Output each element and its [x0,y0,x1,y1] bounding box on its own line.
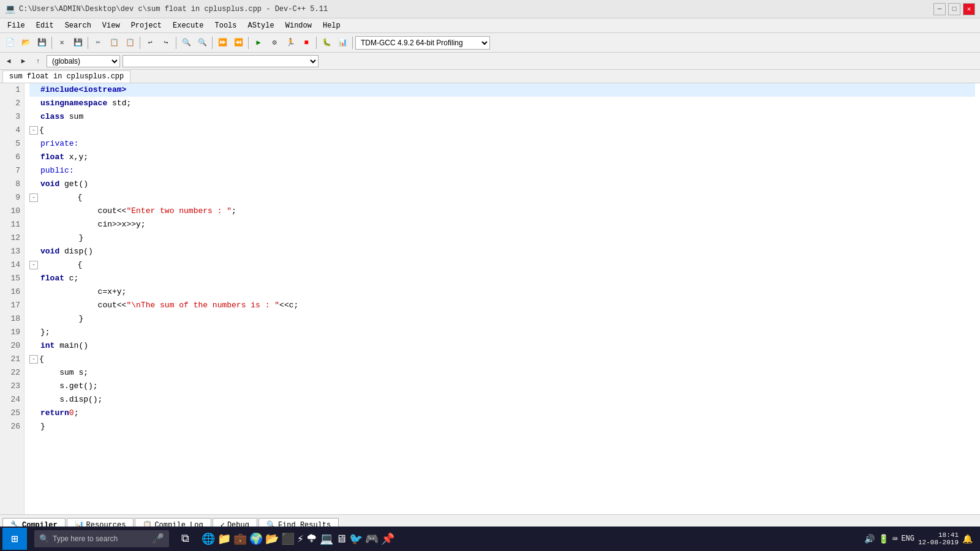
code-line-18[interactable]: } [29,312,975,326]
code-line-5[interactable]: private: [29,137,975,151]
search-bar[interactable]: 🔍 🎤 [34,530,169,547]
mic-icon: 🎤 [152,533,164,545]
code-line-11[interactable]: cin>>x>>y; [29,218,975,231]
save-button[interactable]: 💾 [34,36,49,50]
scope-dropdown[interactable]: (globals) [47,55,120,67]
maximize-button[interactable]: □ [948,3,960,15]
compiler-selector[interactable]: TDM-GCC 4.9.2 64-bit Profiling [355,36,490,50]
terminal-icon[interactable]: ⬛ [281,532,295,545]
indent-button[interactable]: ⏩ [215,36,230,50]
fold-icon-21[interactable]: - [29,355,38,364]
code-line-6[interactable]: float x,y; [29,151,975,164]
code-line-10[interactable]: cout<<"Enter two numbers : "; [29,204,975,218]
search-input[interactable] [53,534,148,543]
xbox-icon[interactable]: 🎮 [365,532,379,545]
menu-item-tools[interactable]: Tools [210,19,242,32]
flash-icon[interactable]: 🌩 [306,533,317,545]
compile-run-button[interactable]: ▶ [251,36,266,50]
close-button[interactable]: ✕ [963,3,975,15]
code-line-16[interactable]: c=x+y; [29,285,975,299]
line-number-12: 12 [4,231,20,245]
redo-button[interactable]: ↪ [159,36,173,50]
menu-item-view[interactable]: View [97,19,125,32]
fold-icon-9[interactable]: - [29,193,38,202]
lang-indicator[interactable]: ENG [901,534,914,543]
code-line-9[interactable]: - { [29,191,975,204]
find-button[interactable]: 🔍 [179,36,194,50]
code-line-2[interactable]: using namespace std; [29,97,975,110]
fold-icon-14[interactable]: - [29,261,38,269]
devicon[interactable]: 📌 [381,532,394,545]
code-line-21[interactable]: -{ [29,353,975,366]
debug-button[interactable]: 🐛 [319,36,334,50]
next-scope-button[interactable]: ▶ [17,55,29,67]
code-line-12[interactable]: } [29,231,975,245]
code-line-17[interactable]: cout<<"\nThe sum of the numbers is : "<<… [29,299,975,312]
profile-button[interactable]: 📊 [335,36,350,50]
unindent-button[interactable]: ⏪ [231,36,246,50]
code-line-13[interactable]: void disp() [29,245,975,258]
tv-icon[interactable]: 🖥 [336,533,347,545]
explorer-icon[interactable]: 📁 [217,532,231,545]
replace-button[interactable]: 🔍 [195,36,209,50]
stop-button[interactable]: ■ [299,36,314,50]
minimize-button[interactable]: ─ [933,3,946,15]
game-icon[interactable]: ⚡ [297,532,304,545]
code-line-15[interactable]: float c; [29,272,975,285]
store-icon[interactable]: 💼 [233,532,247,545]
code-line-25[interactable]: return 0; [29,407,975,420]
menu-item-file[interactable]: File [2,19,30,32]
code-line-22[interactable]: sum s; [29,366,975,380]
undo-button[interactable]: ↩ [143,36,157,50]
code-line-1[interactable]: #include<iostream> [29,83,975,97]
code-line-23[interactable]: s.get(); [29,380,975,393]
new-button[interactable]: 📄 [2,36,17,50]
code-line-26[interactable]: } [29,420,975,433]
menu-item-edit[interactable]: Edit [31,19,59,32]
prev-scope-button[interactable]: ◀ [2,55,15,67]
menu-item-astyle[interactable]: AStyle [243,19,279,32]
taskview-button[interactable]: ⧉ [176,528,194,550]
code-line-3[interactable]: class sum [29,110,975,124]
code-line-8[interactable]: void get() [29,178,975,191]
jump-button[interactable]: ↑ [32,55,44,67]
monitor-icon[interactable]: 💻 [320,532,333,545]
menu-item-window[interactable]: Window [281,19,317,32]
menu-item-execute[interactable]: Execute [168,19,208,32]
code-line-24[interactable]: s.disp(); [29,393,975,407]
menu-item-search[interactable]: Search [60,19,96,32]
copy-button[interactable]: 📋 [107,36,121,50]
file-tab-item[interactable]: sum float in cplusplus.cpp [2,70,130,83]
notification-icon[interactable]: 🔔 [962,534,973,544]
paste-button[interactable]: 📋 [123,36,137,50]
fold-icon-4[interactable]: - [29,126,38,135]
start-button[interactable]: ⊞ [2,528,27,550]
open-button[interactable]: 📂 [18,36,33,50]
taskbar-clock[interactable]: 18:41 12-08-2019 [918,531,959,546]
run-button[interactable]: 🏃 [283,36,298,50]
compile-button[interactable]: ⚙ [267,36,282,50]
menu-item-help[interactable]: Help [318,19,345,32]
close-file-button[interactable]: ✕ [55,36,69,50]
menu-item-project[interactable]: Project [126,19,167,32]
ie-icon[interactable]: 🌐 [202,532,215,545]
function-dropdown[interactable] [123,55,318,67]
cut-button[interactable]: ✂ [91,36,105,50]
save-all-button[interactable]: 💾 [70,36,85,50]
code-line-4[interactable]: -{ [29,124,975,137]
taskbar-right: 🔊 🔋 ⌨ ENG 18:41 12-08-2019 🔔 [864,531,978,546]
keyboard-icon[interactable]: ⌨ [892,534,897,544]
code-line-19[interactable]: }; [29,326,975,339]
volume-icon[interactable]: 🔊 [864,534,875,544]
chrome-icon[interactable]: 🌍 [249,532,263,545]
code-line-7[interactable]: public: [29,164,975,178]
code-area[interactable]: 1234567891011121314151617181920212223242… [0,83,980,514]
folder-icon[interactable]: 📂 [265,532,279,545]
code-line-14[interactable]: - { [29,258,975,272]
code-line-20[interactable]: int main() [29,339,975,353]
toolbar2: ◀ ▶ ↑ (globals) [0,53,980,70]
code-content[interactable]: #include<iostream>using namespace std;cl… [24,83,980,514]
line-number-1: 1 [4,83,20,97]
battery-icon[interactable]: 🔋 [878,534,889,544]
twitter-icon[interactable]: 🐦 [349,532,363,545]
